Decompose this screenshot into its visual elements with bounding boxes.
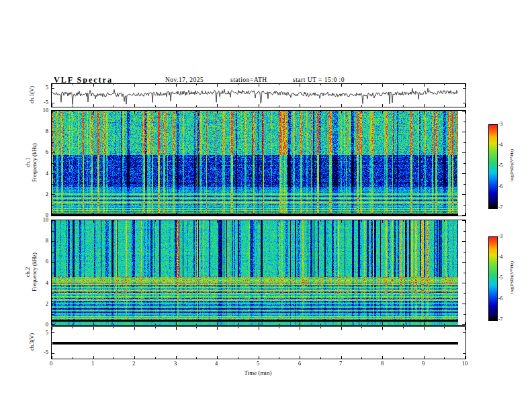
ch3-waveform-panel — [51, 326, 466, 359]
y-tick-label: 4 — [38, 170, 48, 177]
ch1-waveform-panel — [51, 83, 466, 107]
x-tick-label: 9 — [416, 360, 430, 367]
ch1-spectrogram-canvas — [52, 111, 466, 216]
colorbar-tick-label: -3 — [498, 121, 508, 127]
x-tick-label: 8 — [375, 360, 389, 367]
x-tick-label: 0 — [44, 360, 58, 367]
colorbar-ch1-canvas — [489, 125, 497, 208]
colorbar-tick-label: -5 — [498, 275, 508, 281]
colorbar-tick-label: -5 — [498, 163, 508, 169]
colorbar-ch1-label: log(PSD)(V²/Hz) — [509, 138, 515, 192]
x-tick-label: 4 — [210, 360, 223, 367]
vlf-spectra-figure: VLF Spectra Nov.17, 2025 station=ATH sta… — [0, 0, 532, 411]
y-tick-label: 8 — [38, 128, 48, 134]
colorbar-tick-label: -3 — [498, 233, 508, 239]
ch3-waveform-ylabel: ch.3(V) — [28, 322, 35, 362]
x-tick-label: 3 — [169, 360, 182, 367]
y-tick-label: 5 — [39, 84, 48, 91]
colorbar-tick-label: -6 — [498, 183, 508, 189]
colorbar-tick-label: -4 — [498, 254, 508, 260]
ch1-spectrogram-axis-label: Frequency (kHz) — [31, 112, 38, 213]
ch1-spectrogram-channel-label: ch.1 — [24, 112, 31, 213]
y-tick-label: 5 — [39, 329, 48, 336]
x-tick-label: 10 — [458, 360, 472, 367]
ch1-waveform-ylabel: ch.1(V) — [28, 75, 35, 115]
y-tick-label: 2 — [38, 300, 48, 307]
colorbar-ch1 — [488, 124, 498, 209]
header-station: station=ATH — [230, 77, 267, 83]
y-tick-label: 10 — [38, 216, 48, 223]
ch3-waveform-canvas — [52, 327, 466, 359]
x-tick-label: 2 — [127, 360, 140, 367]
colorbar-tick-label: -7 — [498, 316, 508, 322]
ch2-spectrogram-channel-label: ch.2 — [24, 222, 31, 322]
colorbar-ch2-label: log(PSD)(V²/Hz) — [509, 250, 515, 304]
y-tick-label: 4 — [38, 279, 48, 286]
header-start-ut: start UT = 15:0 :0 — [293, 77, 345, 83]
x-tick-label: 6 — [293, 360, 306, 367]
ch1-waveform-canvas — [52, 84, 466, 107]
ch1-spectrogram-ylabel: ch.1 Frequency (kHz) — [24, 112, 38, 213]
ch1-spectrogram-panel — [51, 110, 466, 216]
ch2-spectrogram-panel — [51, 220, 466, 326]
y-tick-label: 6 — [38, 148, 48, 155]
colorbar-tick-label: -7 — [498, 204, 508, 210]
colorbar-ch2 — [488, 236, 498, 321]
y-tick-label: 10 — [38, 107, 48, 113]
x-tick-label: 5 — [251, 360, 265, 367]
colorbar-ch2-canvas — [489, 237, 497, 320]
y-tick-label: 6 — [38, 258, 48, 265]
x-tick-label: 1 — [86, 360, 99, 367]
ch2-spectrogram-axis-label: Frequency (kHz) — [31, 222, 38, 322]
y-tick-label: 2 — [38, 191, 48, 197]
x-tick-label: 7 — [334, 360, 347, 367]
y-tick-label: 8 — [38, 237, 48, 244]
ch2-spectrogram-canvas — [52, 220, 466, 325]
header-date: Nov.17, 2025 — [165, 77, 204, 83]
colorbar-tick-label: -6 — [498, 295, 508, 302]
x-axis-title: Time (min) — [231, 369, 285, 376]
colorbar-tick-label: -4 — [498, 142, 508, 148]
y-tick-label: -5 — [39, 349, 48, 355]
y-tick-label: -5 — [39, 99, 48, 105]
ch2-spectrogram-ylabel: ch.2 Frequency (kHz) — [24, 222, 38, 322]
y-tick-label: 0 — [38, 321, 48, 328]
